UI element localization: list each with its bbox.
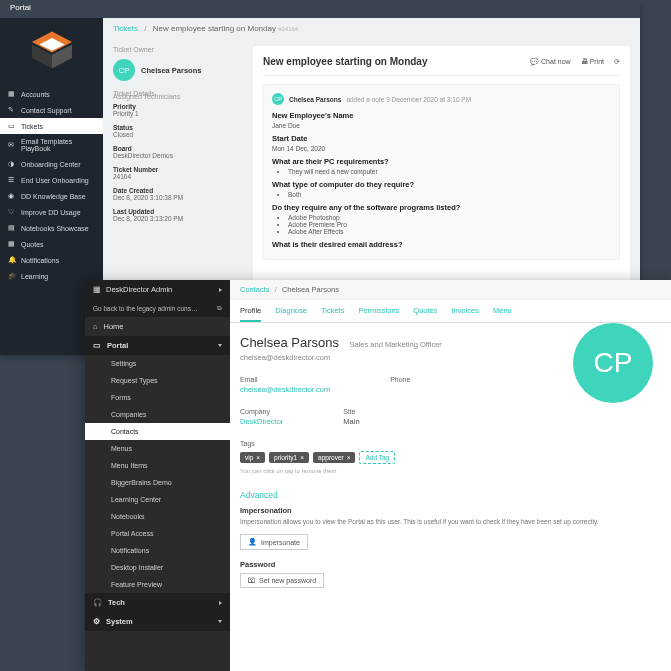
- company-label: Company: [240, 408, 283, 415]
- tab-tickets[interactable]: Tickets: [321, 306, 344, 322]
- nav-portal-section[interactable]: ▭Portal: [85, 336, 230, 355]
- nav-learning-center[interactable]: Learning Center: [85, 491, 230, 508]
- impersonate-button[interactable]: 👤Impersonate: [240, 534, 308, 550]
- admin-breadcrumb: Contacts / Chelsea Parsons: [230, 280, 671, 300]
- nav-label: Learning: [21, 273, 48, 280]
- owner-name: Chelsea Parsons: [141, 66, 201, 75]
- nav-feature-preview[interactable]: Feature Preview: [85, 576, 230, 593]
- nav-biggerbrains[interactable]: BiggerBrains Demo: [85, 474, 230, 491]
- admin-title: DeskDirector Admin: [106, 285, 172, 294]
- chat-button[interactable]: 💬 Chat now: [530, 58, 571, 66]
- tab-quotes[interactable]: Quotes: [413, 306, 437, 322]
- nav-notebooks[interactable]: Notebooks: [85, 508, 230, 525]
- nav-accounts[interactable]: ▦Accounts: [0, 86, 103, 102]
- nav-companies[interactable]: Companies: [85, 406, 230, 423]
- nav-request-types[interactable]: Request Types: [85, 372, 230, 389]
- brand-logo: [0, 18, 103, 82]
- app-icon: ▦: [93, 285, 101, 294]
- crumb-root[interactable]: Contacts: [240, 285, 270, 294]
- admin-main: Contacts / Chelsea Parsons Profile Diagn…: [230, 280, 671, 671]
- nav-portal-access[interactable]: Portal Access: [85, 525, 230, 542]
- tag-remove-icon[interactable]: ×: [347, 454, 351, 461]
- admin-title-row[interactable]: ▦DeskDirector Admin: [85, 280, 230, 299]
- phone-label: Phone: [390, 376, 410, 383]
- refresh-icon[interactable]: ⟳: [614, 58, 620, 66]
- chevron-right-icon: [219, 601, 222, 605]
- q-name: New Employee's Name: [272, 111, 611, 120]
- tab-profile[interactable]: Profile: [240, 306, 261, 322]
- nav-menus[interactable]: Menus: [85, 440, 230, 457]
- nav-label: Notifications: [21, 257, 59, 264]
- a-comp-type: Both: [288, 191, 611, 198]
- tag-remove-icon[interactable]: ×: [300, 454, 304, 461]
- portal-header: Portal: [0, 0, 640, 18]
- nav-forms[interactable]: Forms: [85, 389, 230, 406]
- nav-system-section[interactable]: ⚙System: [85, 612, 230, 631]
- password-title: Password: [240, 560, 661, 569]
- company-value[interactable]: DeskDirector: [240, 417, 283, 426]
- tab-invoices[interactable]: Invoices: [451, 306, 479, 322]
- tag-remove-icon[interactable]: ×: [256, 454, 260, 461]
- nav-onboarding-center[interactable]: ◑Onboarding Center: [0, 156, 103, 172]
- q-email: What is their desired email address?: [272, 240, 611, 249]
- ticket-note: CP Chelsea Parsons added a note 9 Decemb…: [263, 84, 620, 260]
- tag-chip[interactable]: vip×: [240, 452, 265, 463]
- contact-profile: Chelsea Parsons Sales and Marketing Offi…: [230, 323, 671, 598]
- portal-icon: ▭: [93, 341, 101, 350]
- crumb-root[interactable]: Tickets: [113, 24, 138, 33]
- ticket-number-value: 24164: [113, 173, 243, 180]
- q-comp-type: What type of computer do they require?: [272, 180, 611, 189]
- tag-text: vip: [245, 454, 253, 461]
- legacy-link[interactable]: Go back to the legacy admin cons… ⧉: [85, 299, 230, 317]
- nav-tech-section[interactable]: 🎧Tech: [85, 593, 230, 612]
- set-password-button[interactable]: ⚿Set new password: [240, 573, 324, 588]
- nav-contacts[interactable]: Contacts: [85, 423, 230, 440]
- nav-email-templates[interactable]: ✉Email Templates PlayBook: [0, 134, 103, 156]
- nav-notebooks-showcase[interactable]: ▤Notebooks Showcase: [0, 220, 103, 236]
- q-pc-req: What are their PC requirements?: [272, 157, 611, 166]
- sw-item: Adobe After Effects: [288, 228, 611, 235]
- breadcrumb: Tickets / New employee starting on Monda…: [103, 18, 640, 39]
- chevron-down-icon: [218, 344, 222, 347]
- tab-permissions[interactable]: Permissions: [358, 306, 399, 322]
- tags-hint: You can click on tag to remove them: [240, 468, 661, 474]
- nav-tickets[interactable]: ▭Tickets: [0, 118, 103, 134]
- email-value[interactable]: chelsea@deskdirector.com: [240, 385, 330, 394]
- nav-notifications-admin[interactable]: Notifications: [85, 542, 230, 559]
- nav-label: DD Knowledge Base: [21, 193, 86, 200]
- headset-icon: 🎧: [93, 598, 102, 607]
- nav-contact-support[interactable]: ✎Contact Support: [0, 102, 103, 118]
- nav-improve-usage[interactable]: ♡Improve DD Usage: [0, 204, 103, 220]
- nav-desktop-installer[interactable]: Desktop Installer: [85, 559, 230, 576]
- owner-label: Ticket Owner: [113, 46, 243, 53]
- add-tag-button[interactable]: Add Tag: [359, 451, 395, 464]
- print-button[interactable]: 🖶 Print: [581, 58, 604, 65]
- nav-label: Onboarding Center: [21, 161, 81, 168]
- advanced-heading session: Advanced: [240, 490, 661, 500]
- nav-settings[interactable]: Settings: [85, 355, 230, 372]
- sw-item: Adobe Premiere Pro: [288, 221, 611, 228]
- tag-text: priority1: [274, 454, 297, 461]
- tab-diagnose[interactable]: Diagnose: [275, 306, 307, 322]
- nav-end-user-onboarding[interactable]: ☰End User Onboarding: [0, 172, 103, 188]
- nav-notifications[interactable]: 🔔Notifications: [0, 252, 103, 268]
- date-created-value: Dec 8, 2020 3:10:38 PM: [113, 194, 243, 201]
- crumb-current: New employee starting on Monday: [153, 24, 276, 33]
- nav-quotes[interactable]: ▦Quotes: [0, 236, 103, 252]
- board-label: Board: [113, 145, 243, 152]
- nav-home[interactable]: ⌂Home: [85, 317, 230, 336]
- note-meta: added a note 9 December 2020 at 3:10 PM: [346, 96, 471, 103]
- a-name: Jane Doe: [272, 122, 611, 129]
- note-avatar: CP: [272, 93, 284, 105]
- ticket-title: New employee starting on Monday: [263, 56, 427, 67]
- tag-chip[interactable]: priority1×: [269, 452, 309, 463]
- tag-chip[interactable]: approver×: [313, 452, 355, 463]
- last-updated-value: Dec 8, 2020 3:13:20 PM: [113, 215, 243, 222]
- nav-knowledge-base[interactable]: ◉DD Knowledge Base: [0, 188, 103, 204]
- site-label: Site: [343, 408, 359, 415]
- priority-value: Priority 1: [113, 110, 243, 117]
- tab-menu[interactable]: Menu: [493, 306, 512, 322]
- nav-menu-items[interactable]: Menu Items: [85, 457, 230, 474]
- nav-label: Quotes: [21, 241, 44, 248]
- contact-name: Chelsea Parsons: [240, 335, 339, 350]
